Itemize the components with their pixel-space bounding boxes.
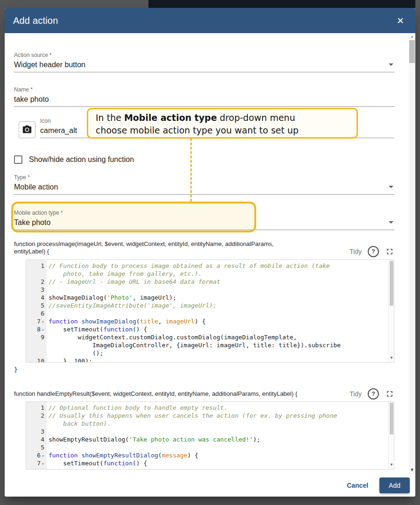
line-number: 3 — [26, 286, 47, 294]
handle-empty-result-code-editor[interactable]: ▼ 1// Optional function body to handle e… — [26, 401, 394, 470]
chevron-down-icon — [389, 186, 393, 188]
type-select[interactable]: Mobile action — [14, 182, 394, 195]
code-text: ImageDialogController, {imageUrl: imageU… — [47, 341, 341, 349]
close-icon[interactable]: ✕ — [394, 15, 407, 26]
callout-line-1: In the Mobile action type drop-down menu — [96, 112, 349, 124]
fullscreen-icon[interactable] — [385, 247, 394, 256]
editor-scrollbar[interactable]: ▼ — [388, 402, 394, 469]
code-line: 7▾function showImageDialog(title, imageU… — [26, 317, 394, 325]
fullscreen-icon[interactable] — [385, 389, 394, 399]
code-text: photo, take image from gallery, etc.). — [47, 270, 202, 278]
function-signature: function processImage(imageUrl, $event, … — [14, 240, 273, 255]
dialog-title: Add action — [13, 15, 58, 26]
code-line: 3 — [26, 428, 394, 435]
line-number: 4 — [26, 294, 47, 302]
line-number: 2 — [26, 278, 47, 286]
code-text: showImageDialog('Photo', imageUrl); — [47, 294, 176, 302]
scrollbar-thumb[interactable] — [390, 261, 393, 306]
help-icon[interactable]: ? — [368, 246, 379, 257]
highlight-annotation-border — [11, 202, 256, 232]
code-line: ImageDialogController, {imageUrl: imageU… — [26, 341, 394, 349]
process-image-function-header: function processImage(imageUrl, $event, … — [14, 240, 394, 255]
scrollbar-thumb[interactable] — [390, 403, 393, 435]
editor-controls: Tidy ? — [350, 388, 394, 400]
background-app-header — [148, 0, 415, 8]
code-text: showEmptyResultDialog('Take photo action… — [47, 435, 260, 443]
code-text: function showEmptyResultDialog(message) … — [47, 451, 198, 459]
chevron-down-icon — [389, 221, 393, 224]
chevron-down-icon — [389, 63, 393, 66]
line-number: 8▾ — [26, 325, 47, 333]
fold-icon[interactable]: ▾ — [42, 453, 44, 458]
line-number: 7▾ — [26, 317, 47, 325]
code-text — [47, 286, 49, 294]
process-image-code-editor[interactable]: ▼ 1// Function body to process image obt… — [26, 260, 394, 363]
annotation-callout: In the Mobile action type drop-down menu… — [87, 108, 358, 139]
code-text: (); — [47, 349, 103, 357]
function-signature: function handleEmptyResult($event, widge… — [14, 390, 297, 397]
line-number: 2 — [26, 412, 47, 420]
cancel-button[interactable]: Cancel — [340, 478, 375, 493]
line-number: 5 — [26, 302, 47, 309]
dialog-scroll-content: Action source * Widget header button Nam… — [5, 33, 409, 474]
action-source-value: Widget header button — [14, 61, 85, 69]
code-line: 9 widgetContext.customDialog.customDialo… — [26, 333, 394, 341]
scrollbar-thumb[interactable] — [409, 40, 415, 63]
code-line: 10 }, 100); — [26, 357, 394, 363]
code-line: 5//saveEntityImageAttribute('image', ima… — [26, 302, 394, 309]
code-line: 3 — [26, 286, 394, 294]
code-line: 1// Optional function body to handle emp… — [26, 404, 394, 412]
scroll-up-icon[interactable]: ▲ — [409, 35, 415, 39]
code-line: 8▾ setTimeout(function() { — [26, 325, 394, 333]
editor-scrollbar[interactable]: ▼ — [388, 260, 394, 362]
field-show-hide: Show/hide action using function — [14, 155, 394, 164]
fold-icon[interactable]: ▾ — [42, 319, 44, 324]
action-source-select[interactable]: Widget header button — [14, 60, 394, 72]
icon-picker-button[interactable] — [19, 121, 35, 138]
action-source-label: Action source * — [14, 52, 394, 58]
editor-controls: Tidy ? — [350, 246, 394, 257]
code-line: 1// Function body to process image obtai… — [26, 262, 394, 270]
line-number: 1 — [26, 404, 47, 412]
code-text: setTimeout(function() { — [47, 325, 147, 333]
tidy-button[interactable]: Tidy — [350, 248, 362, 255]
code-text: back button). — [47, 420, 111, 428]
code-line: 2// - imageUrl - image URL in base64 dat… — [26, 278, 394, 286]
fold-icon[interactable]: ▾ — [42, 461, 44, 466]
annotation-dashed-line — [190, 138, 192, 202]
line-number: 10 — [26, 357, 47, 363]
code-line: 4showImageDialog('Photo', imageUrl); — [26, 294, 394, 302]
dialog-scrollbar[interactable]: ▲ ▼ — [409, 33, 415, 474]
line-number — [26, 341, 47, 349]
code-line: 6 — [26, 309, 394, 317]
scroll-down-icon[interactable]: ▼ — [409, 467, 415, 472]
show-hide-checkbox[interactable] — [14, 155, 22, 164]
type-label: Type * — [14, 174, 394, 181]
handle-empty-result-function-header: function handleEmptyResult($event, widge… — [14, 390, 394, 398]
add-action-dialog: Add action ✕ Action source * Widget head… — [5, 8, 415, 497]
code-text — [47, 443, 49, 451]
code-text: widgetContext.customDialog.customDialog(… — [47, 333, 297, 341]
code-line: back button). — [26, 420, 394, 428]
code-text: // - imageUrl - image URL in base64 data… — [47, 278, 220, 286]
add-button[interactable]: Add — [379, 477, 410, 493]
code-line: 2// Usually this happens when user cance… — [26, 412, 394, 420]
name-input[interactable]: take photo — [14, 95, 394, 107]
code-text: // Usually this happens when user cancel… — [47, 412, 337, 420]
callout-line-2: choose mobile action type you want to se… — [96, 124, 349, 137]
camera-icon — [22, 125, 32, 135]
type-value: Mobile action — [14, 183, 58, 191]
scroll-down-icon[interactable]: ▼ — [389, 354, 394, 362]
fold-icon[interactable]: ▾ — [42, 327, 44, 332]
tidy-button[interactable]: Tidy — [350, 390, 362, 398]
help-icon[interactable]: ? — [368, 388, 379, 400]
code-text: function showImageDialog(title, imageUrl… — [47, 317, 206, 325]
field-action-source: Action source * Widget header button — [14, 52, 394, 72]
dialog-header: Add action ✕ — [5, 8, 415, 33]
line-number: 6▾ — [26, 451, 47, 459]
line-number: 6 — [26, 309, 47, 317]
line-number: 5 — [26, 443, 47, 451]
scroll-down-icon[interactable]: ▼ — [389, 461, 394, 469]
name-value: take photo — [14, 95, 49, 103]
code-text — [47, 428, 49, 435]
